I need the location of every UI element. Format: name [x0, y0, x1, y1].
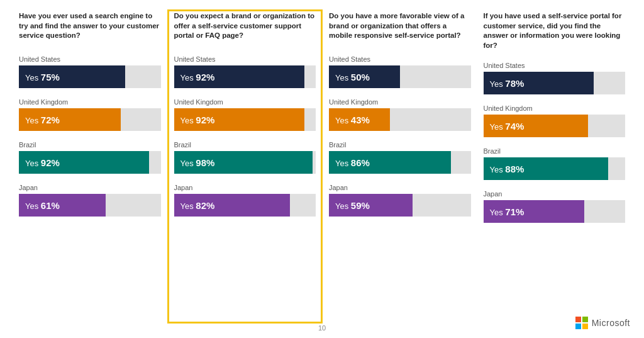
bar-row-col2-2: Yes 98% [174, 151, 316, 174]
bar-fill-col1-3: Yes 61% [19, 194, 106, 217]
bar-bg-col4-0: Yes 78% [484, 72, 626, 94]
bar-row-col4-3: Yes 71% [484, 200, 626, 223]
bar-bg-col4-2: Yes 88% [484, 157, 626, 180]
bar-label-col2-0: Yes 92% [180, 72, 215, 82]
question-col2: Do you expect a brand or organization to… [174, 11, 316, 44]
bar-label-col1-2: Yes 92% [25, 157, 60, 168]
ms-squares-icon [575, 317, 588, 329]
bar-row-col3-0: Yes 50% [329, 65, 471, 88]
bar-label-col1-1: Yes 72% [25, 115, 60, 125]
bar-label-col2-1: Yes 92% [180, 115, 215, 125]
bar-fill-col2-0: Yes 92% [174, 65, 304, 88]
bar-label-col3-2: Yes 86% [335, 157, 370, 168]
question-col1: Have you ever used a search engine to tr… [19, 11, 161, 44]
bar-bg-col3-3: Yes 59% [329, 194, 471, 217]
region-label-col2-2: Brazil [174, 141, 316, 149]
bar-fill-col1-0: Yes 75% [19, 65, 125, 88]
bar-row-col2-3: Yes 82% [174, 194, 316, 217]
bar-bg-col3-2: Yes 86% [329, 151, 471, 174]
bar-label-col3-3: Yes 59% [335, 200, 370, 211]
region-label-col2-3: Japan [174, 184, 316, 191]
bar-label-col3-0: Yes 50% [335, 72, 370, 82]
region-label-col4-0: United States [484, 62, 626, 69]
bar-fill-col3-1: Yes 43% [329, 108, 390, 131]
bar-bg-col2-1: Yes 92% [174, 108, 316, 131]
ms-green-square [582, 317, 588, 322]
column-col2: Do you expect a brand or organization to… [167, 9, 323, 324]
bar-row-col1-0: Yes 75% [19, 65, 161, 88]
bar-label-col1-0: Yes 75% [25, 72, 60, 82]
region-label-col4-1: United Kingdom [484, 104, 626, 112]
bar-fill-col4-0: Yes 78% [484, 72, 594, 94]
region-label-col3-2: Brazil [329, 141, 471, 149]
bar-row-col4-2: Yes 88% [484, 157, 626, 180]
region-label-col3-0: United States [329, 55, 471, 63]
bar-bg-col3-1: Yes 43% [329, 108, 471, 131]
bar-label-col1-3: Yes 61% [25, 200, 60, 211]
bar-row-col3-3: Yes 59% [329, 194, 471, 217]
ms-blue-square [575, 324, 581, 329]
bar-fill-col3-2: Yes 86% [329, 151, 451, 174]
ms-yellow-square [582, 324, 588, 329]
bar-label-col4-3: Yes 71% [490, 206, 525, 217]
column-col3: Do you have a more favorable view of a b… [323, 11, 477, 322]
bar-bg-col1-2: Yes 92% [19, 151, 161, 174]
bar-bg-col2-3: Yes 82% [174, 194, 316, 217]
bar-bg-col4-3: Yes 71% [484, 200, 626, 223]
region-label-col4-2: Brazil [484, 147, 626, 155]
bar-bg-col2-2: Yes 98% [174, 151, 316, 174]
bar-row-col3-1: Yes 43% [329, 108, 471, 131]
bar-bg-col4-1: Yes 74% [484, 115, 626, 137]
region-label-col2-0: United States [174, 55, 316, 63]
bar-row-col4-0: Yes 78% [484, 72, 626, 94]
columns-container: Have you ever used a search engine to tr… [13, 11, 631, 322]
bar-fill-col2-2: Yes 98% [174, 151, 313, 174]
bar-fill-col2-1: Yes 92% [174, 108, 304, 131]
region-label-col1-0: United States [19, 55, 161, 63]
microsoft-label: Microsoft [592, 318, 630, 328]
bar-bg-col1-3: Yes 61% [19, 194, 161, 217]
bar-label-col4-2: Yes 88% [490, 164, 525, 174]
question-col3: Do you have a more favorable view of a b… [329, 11, 471, 44]
bar-fill-col4-1: Yes 74% [484, 115, 589, 137]
bar-label-col2-2: Yes 98% [180, 157, 215, 168]
column-col1: Have you ever used a search engine to tr… [13, 11, 167, 322]
bar-fill-col4-2: Yes 88% [484, 157, 608, 180]
bar-row-col3-2: Yes 86% [329, 151, 471, 174]
bar-row-col1-2: Yes 92% [19, 151, 161, 174]
region-label-col2-1: United Kingdom [174, 98, 316, 106]
bar-row-col2-1: Yes 92% [174, 108, 316, 131]
region-label-col1-2: Brazil [19, 141, 161, 149]
bar-fill-col1-2: Yes 92% [19, 151, 149, 174]
bar-fill-col4-3: Yes 71% [484, 200, 584, 223]
page: Have you ever used a search engine to tr… [0, 0, 644, 338]
ms-red-square [575, 317, 581, 322]
bar-row-col1-1: Yes 72% [19, 108, 161, 131]
question-col4: If you have used a self-service portal f… [484, 11, 626, 50]
bar-row-col4-1: Yes 74% [484, 115, 626, 137]
bar-label-col4-0: Yes 78% [490, 78, 525, 89]
bar-row-col2-0: Yes 92% [174, 65, 316, 88]
page-number: 10 [13, 324, 631, 332]
region-label-col1-1: United Kingdom [19, 98, 161, 106]
bar-row-col1-3: Yes 61% [19, 194, 161, 217]
bar-label-col2-3: Yes 82% [180, 200, 215, 211]
bar-bg-col3-0: Yes 50% [329, 65, 471, 88]
bar-bg-col1-0: Yes 75% [19, 65, 161, 88]
bar-fill-col3-0: Yes 50% [329, 65, 400, 88]
microsoft-logo: Microsoft [575, 317, 630, 329]
bar-fill-col2-3: Yes 82% [174, 194, 291, 217]
region-label-col4-3: Japan [484, 190, 626, 198]
bar-label-col3-1: Yes 43% [335, 115, 370, 125]
bar-bg-col2-0: Yes 92% [174, 65, 316, 88]
region-label-col3-1: United Kingdom [329, 98, 471, 106]
bar-fill-col1-1: Yes 72% [19, 108, 121, 131]
region-label-col1-3: Japan [19, 184, 161, 191]
region-label-col3-3: Japan [329, 184, 471, 191]
bar-label-col4-1: Yes 74% [490, 121, 525, 132]
bar-bg-col1-1: Yes 72% [19, 108, 161, 131]
bar-fill-col3-3: Yes 59% [329, 194, 413, 217]
column-col4: If you have used a self-service portal f… [477, 11, 632, 322]
